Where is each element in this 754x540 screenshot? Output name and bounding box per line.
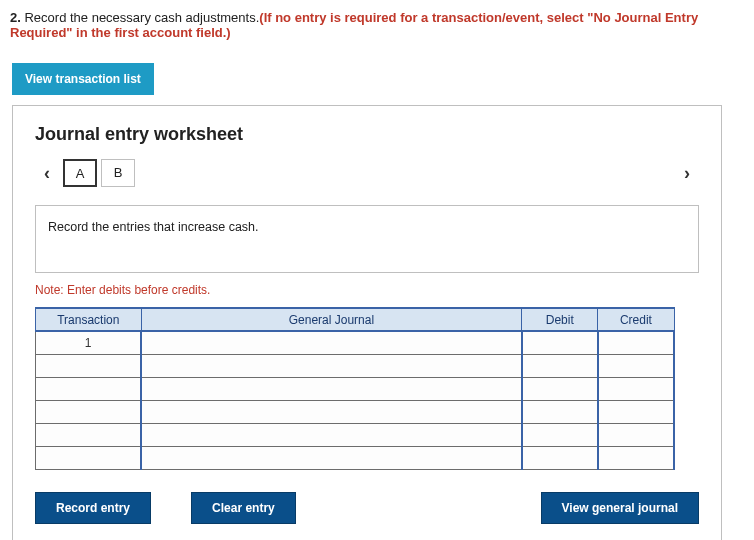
trx-cell[interactable]: 1 — [36, 331, 142, 354]
question-prompt: 2. Record the necessary cash adjustments… — [0, 0, 754, 45]
credit-cell[interactable] — [598, 331, 674, 354]
credit-cell[interactable] — [598, 423, 674, 446]
chevron-left-icon[interactable]: ‹ — [35, 163, 59, 184]
table-row — [36, 377, 675, 400]
debit-cell[interactable] — [522, 423, 598, 446]
table-row: 1 — [36, 331, 675, 354]
trx-cell[interactable] — [36, 377, 142, 400]
col-transaction: Transaction — [36, 308, 142, 331]
credit-cell[interactable] — [598, 446, 674, 469]
tab-b[interactable]: B — [101, 159, 135, 187]
question-number: 2. — [10, 10, 21, 25]
instruction-box: Record the entries that increase cash. — [35, 205, 699, 273]
gj-cell[interactable] — [141, 354, 522, 377]
trx-cell[interactable] — [36, 400, 142, 423]
note-text: Note: Enter debits before credits. — [35, 283, 699, 297]
debit-cell[interactable] — [522, 400, 598, 423]
trx-cell[interactable] — [36, 354, 142, 377]
chevron-right-icon[interactable]: › — [675, 163, 699, 184]
clear-entry-button[interactable]: Clear entry — [191, 492, 296, 524]
tab-row: ‹ A B › — [35, 159, 699, 187]
record-entry-button[interactable]: Record entry — [35, 492, 151, 524]
debit-cell[interactable] — [522, 331, 598, 354]
journal-grid: Transaction General Journal Debit Credit… — [35, 307, 675, 470]
credit-cell[interactable] — [598, 354, 674, 377]
view-transaction-list-button[interactable]: View transaction list — [12, 63, 154, 95]
gj-cell[interactable] — [141, 400, 522, 423]
grid-header-row: Transaction General Journal Debit Credit — [36, 308, 675, 331]
trx-cell[interactable] — [36, 446, 142, 469]
gj-cell[interactable] — [141, 423, 522, 446]
col-debit: Debit — [522, 308, 598, 331]
debit-cell[interactable] — [522, 354, 598, 377]
trx-cell[interactable] — [36, 423, 142, 446]
journal-entry-panel: Journal entry worksheet ‹ A B › Record t… — [12, 105, 722, 540]
credit-cell[interactable] — [598, 377, 674, 400]
col-general-journal: General Journal — [141, 308, 522, 331]
tab-a[interactable]: A — [63, 159, 97, 187]
instruction-text: Record the entries that increase cash. — [48, 220, 259, 234]
credit-cell[interactable] — [598, 400, 674, 423]
gj-cell[interactable] — [141, 446, 522, 469]
panel-title: Journal entry worksheet — [35, 124, 699, 145]
col-credit: Credit — [598, 308, 674, 331]
table-row — [36, 354, 675, 377]
gj-cell[interactable] — [141, 377, 522, 400]
table-row — [36, 400, 675, 423]
table-row — [36, 446, 675, 469]
view-general-journal-button[interactable]: View general journal — [541, 492, 699, 524]
debit-cell[interactable] — [522, 446, 598, 469]
action-row: Record entry Clear entry View general jo… — [35, 492, 699, 524]
debit-cell[interactable] — [522, 377, 598, 400]
question-text: Record the necessary cash adjustments. — [21, 10, 259, 25]
table-row — [36, 423, 675, 446]
gj-cell[interactable] — [141, 331, 522, 354]
